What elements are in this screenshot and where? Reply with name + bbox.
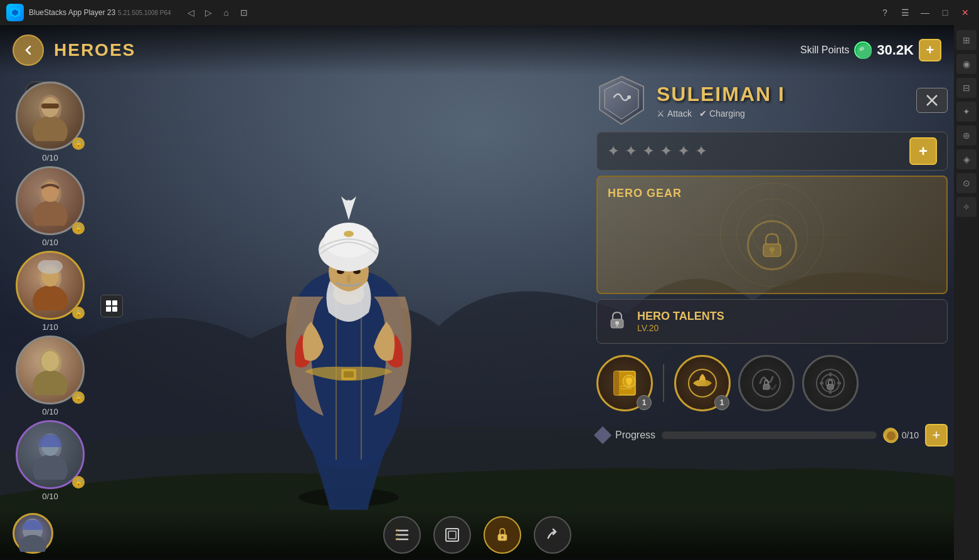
nav-bookmark-button[interactable]: ⊡	[236, 5, 251, 20]
svg-point-4	[857, 44, 872, 59]
hero-list: 🔒 0/10 🔒 0/10	[0, 75, 100, 510]
sidebar-icon-8[interactable]: ✧	[956, 197, 976, 217]
hero-figure-area	[107, 63, 590, 510]
skill-4-button[interactable]	[802, 355, 859, 411]
svg-rect-66	[837, 382, 841, 384]
bluestacks-sidebar: ⊞ ◉ ⊟ ✦ ⊛ ◈ ⊙ ✧	[954, 25, 979, 560]
nav-forward-button[interactable]: ▷	[201, 5, 216, 20]
hero-action-button[interactable]	[916, 88, 948, 113]
progress-add-button[interactable]: +	[925, 424, 948, 446]
skill-1-wrap: 1	[596, 355, 653, 411]
svg-point-33	[324, 223, 374, 258]
progress-count: 0/10	[883, 428, 919, 443]
help-button[interactable]: ?	[877, 5, 892, 20]
skill-points-label: Skill Points	[800, 45, 849, 56]
skill-4-wrap	[802, 355, 859, 411]
svg-rect-59	[763, 384, 770, 389]
sidebar-icon-5[interactable]: ⊛	[956, 125, 976, 145]
hero-talents-section[interactable]: HERO TALENTS LV.20	[596, 299, 948, 344]
talents-lock-icon	[607, 310, 630, 333]
skill-divider-1	[663, 364, 664, 402]
app-name: BlueStacks App Player 23	[29, 8, 115, 17]
sidebar-icon-3[interactable]: ⊟	[956, 78, 976, 98]
skill-3-wrap	[738, 355, 795, 411]
svg-point-18	[33, 370, 68, 395]
bottom-frame-button[interactable]	[433, 516, 471, 554]
hero-count-5: 0/10	[13, 492, 88, 501]
nav-home-button[interactable]: ⌂	[219, 5, 234, 20]
skill-points-area: Skill Points 30.2K +	[800, 39, 941, 61]
sidebar-icon-7[interactable]: ⊙	[956, 173, 976, 193]
hero-lock-badge-1: 🔒	[72, 137, 85, 150]
charging-icon: ✔	[699, 108, 707, 119]
sidebar-icon-2[interactable]: ◉	[956, 54, 976, 74]
hero-gear-section: HERO GEAR	[596, 176, 948, 294]
svg-point-37	[627, 95, 631, 99]
skill-points-add-button[interactable]: +	[919, 39, 941, 61]
hero-name-block: SULEIMAN I ⚔ Attack ✔ Charging	[657, 83, 906, 119]
minimize-button[interactable]: —	[918, 5, 933, 20]
hero-lock-badge-2: 🔒	[72, 222, 85, 235]
sidebar-icon-1[interactable]: ⊞	[956, 30, 976, 50]
titlebar-nav: ◁ ▷ ⌂ ⊡	[184, 5, 251, 20]
svg-rect-52	[614, 371, 619, 395]
progress-value: 0/10	[902, 430, 919, 440]
close-button[interactable]: ✕	[958, 5, 973, 20]
progress-bar-track	[662, 431, 877, 439]
sidebar-icon-4[interactable]: ✦	[956, 102, 976, 122]
svg-rect-79	[448, 531, 456, 539]
svg-rect-67	[827, 384, 833, 389]
page-title: HEROES	[54, 40, 135, 60]
svg-point-21	[33, 455, 68, 480]
app-version: 5.21.505.1008 P64	[118, 9, 171, 16]
bottom-hero-portrait[interactable]	[13, 513, 53, 554]
svg-rect-75	[396, 529, 398, 531]
svg-rect-63	[829, 372, 832, 376]
bottom-arrow-button[interactable]	[534, 516, 571, 554]
talents-level: LV.20	[637, 323, 724, 333]
back-button[interactable]	[13, 34, 44, 66]
svg-rect-77	[396, 538, 398, 540]
hero-portrait-2[interactable]: 🔒 0/10	[13, 166, 88, 247]
hero-lock-badge-5: 🔒	[72, 476, 85, 489]
skill-points-value: 30.2K	[877, 42, 914, 58]
star-rating-bar: ✦ ✦ ✦ ✦ ✦ ✦ +	[596, 132, 948, 171]
svg-point-11	[33, 201, 68, 226]
svg-point-7	[33, 116, 68, 141]
svg-point-14	[33, 285, 68, 310]
hero-tag-charging: ✔ Charging	[699, 108, 745, 119]
skill-points-gem-icon	[854, 41, 872, 59]
svg-point-19	[41, 351, 59, 371]
nav-back-button[interactable]: ◁	[184, 5, 199, 20]
hero-count-2: 0/10	[13, 238, 88, 247]
stars-row: ✦ ✦ ✦ ✦ ✦ ✦	[607, 142, 707, 160]
skill-2-wrap: 1	[674, 355, 731, 411]
hero-header: SULEIMAN I ⚔ Attack ✔ Charging	[596, 75, 948, 125]
svg-rect-36	[344, 371, 354, 378]
star-2: ✦	[625, 142, 637, 160]
right-panel: SULEIMAN I ⚔ Attack ✔ Charging	[596, 75, 948, 510]
bottom-list-button[interactable]	[383, 516, 421, 554]
menu-button[interactable]: ☰	[897, 5, 913, 20]
hero-count-3: 1/10	[13, 322, 88, 332]
svg-rect-78	[446, 529, 458, 541]
bottom-bar	[0, 510, 954, 560]
svg-point-57	[699, 380, 706, 386]
progress-diamond-icon	[594, 426, 611, 444]
attack-label: Attack	[667, 108, 692, 119]
hero-portrait-3[interactable]: 🔒 1/10	[13, 251, 88, 332]
progress-coin-icon	[883, 428, 898, 443]
charging-label: Charging	[709, 108, 745, 119]
hero-portrait-4[interactable]: 🔒 0/10	[13, 335, 88, 416]
hero-portrait-5[interactable]: 🔒 0/10	[13, 420, 88, 501]
star-add-button[interactable]: +	[909, 137, 937, 165]
bottom-lock-button[interactable]	[484, 516, 521, 554]
maximize-button[interactable]: □	[938, 5, 953, 20]
star-3: ✦	[642, 142, 655, 160]
hero-portrait-1[interactable]: 🔒 0/10	[13, 82, 88, 162]
top-bar: HEROES Skill Points 30.2K +	[0, 25, 954, 75]
app-logo	[6, 4, 24, 21]
skill-3-button[interactable]	[738, 355, 795, 411]
titlebar: BlueStacks App Player 23 5.21.505.1008 P…	[0, 0, 979, 25]
sidebar-icon-6[interactable]: ◈	[956, 149, 976, 169]
